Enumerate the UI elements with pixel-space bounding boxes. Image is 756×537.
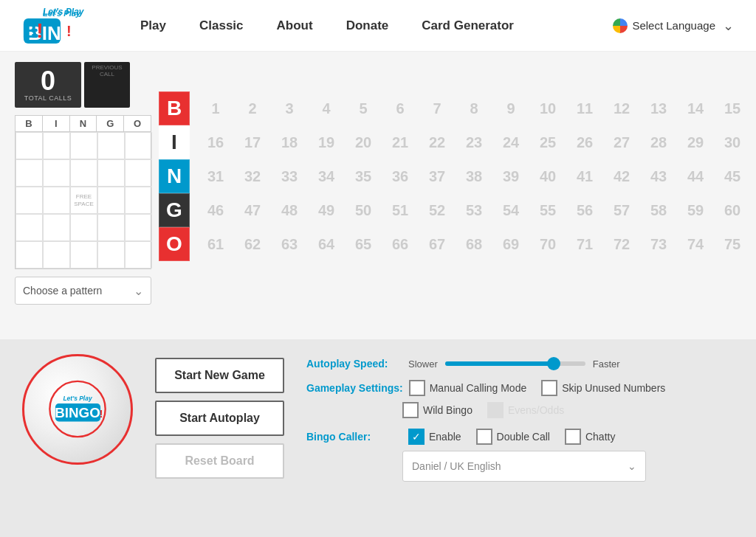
number-cell-26[interactable]: 26 <box>566 125 603 159</box>
number-cell-57[interactable]: 57 <box>603 193 640 227</box>
number-cell-18[interactable]: 18 <box>271 125 308 159</box>
number-cell-55[interactable]: 55 <box>529 193 566 227</box>
number-cell-19[interactable]: 19 <box>308 125 345 159</box>
number-cell-70[interactable]: 70 <box>529 227 566 261</box>
number-cell-11[interactable]: 11 <box>566 91 603 125</box>
nav-about[interactable]: About <box>262 13 328 39</box>
number-cell-44[interactable]: 44 <box>677 159 714 193</box>
evens-odds-checkbox-item[interactable]: Evens/Odds <box>487 402 564 418</box>
number-cell-39[interactable]: 39 <box>492 159 529 193</box>
start-autoplay-button[interactable]: Start Autoplay <box>155 401 284 436</box>
number-cell-38[interactable]: 38 <box>456 159 492 193</box>
number-cell-16[interactable]: 16 <box>197 125 234 159</box>
number-cell-25[interactable]: 25 <box>529 125 566 159</box>
number-cell-49[interactable]: 49 <box>308 193 345 227</box>
number-cell-71[interactable]: 71 <box>566 227 603 261</box>
number-cell-63[interactable]: 63 <box>271 227 308 261</box>
number-cell-52[interactable]: 52 <box>419 193 456 227</box>
number-cell-20[interactable]: 20 <box>345 125 382 159</box>
logo[interactable]: Let's Play B!BINGO! Let's Play BINGO ! <box>22 5 103 46</box>
number-cell-10[interactable]: 10 <box>529 91 566 125</box>
number-cell-75[interactable]: 75 <box>714 227 751 261</box>
number-cell-48[interactable]: 48 <box>271 193 308 227</box>
skip-unused-checkbox[interactable] <box>541 380 557 396</box>
reset-board-button[interactable]: Reset Board <box>155 443 284 479</box>
number-cell-24[interactable]: 24 <box>492 125 529 159</box>
manual-calling-checkbox[interactable] <box>409 380 425 396</box>
nav-donate[interactable]: Donate <box>331 13 404 39</box>
evens-odds-checkbox[interactable] <box>487 402 504 418</box>
number-cell-4[interactable]: 4 <box>308 91 345 125</box>
number-cell-6[interactable]: 6 <box>382 91 419 125</box>
number-cell-54[interactable]: 54 <box>492 193 529 227</box>
number-cell-60[interactable]: 60 <box>714 193 751 227</box>
number-cell-1[interactable]: 1 <box>197 91 234 125</box>
enable-checkbox-item[interactable]: Enable <box>408 429 461 445</box>
number-cell-23[interactable]: 23 <box>456 125 492 159</box>
number-cell-62[interactable]: 62 <box>234 227 271 261</box>
number-cell-28[interactable]: 28 <box>640 125 677 159</box>
number-cell-29[interactable]: 29 <box>677 125 714 159</box>
number-cell-51[interactable]: 51 <box>382 193 419 227</box>
caller-selector[interactable]: Daniel / UK English ⌄ <box>402 451 646 482</box>
number-cell-59[interactable]: 59 <box>677 193 714 227</box>
number-cell-69[interactable]: 69 <box>492 227 529 261</box>
nav-card-generator[interactable]: Card Generator <box>407 13 529 39</box>
number-cell-3[interactable]: 3 <box>271 91 308 125</box>
number-cell-40[interactable]: 40 <box>529 159 566 193</box>
number-cell-50[interactable]: 50 <box>345 193 382 227</box>
number-cell-37[interactable]: 37 <box>419 159 456 193</box>
number-cell-17[interactable]: 17 <box>234 125 271 159</box>
number-cell-27[interactable]: 27 <box>603 125 640 159</box>
number-cell-74[interactable]: 74 <box>677 227 714 261</box>
number-cell-72[interactable]: 72 <box>603 227 640 261</box>
speed-slider-track[interactable] <box>445 361 585 366</box>
number-cell-7[interactable]: 7 <box>419 91 456 125</box>
number-cell-73[interactable]: 73 <box>640 227 677 261</box>
number-cell-5[interactable]: 5 <box>345 91 382 125</box>
number-cell-35[interactable]: 35 <box>345 159 382 193</box>
number-cell-2[interactable]: 2 <box>234 91 271 125</box>
number-cell-34[interactable]: 34 <box>308 159 345 193</box>
number-cell-13[interactable]: 13 <box>640 91 677 125</box>
start-new-game-button[interactable]: Start New Game <box>155 358 284 393</box>
number-cell-43[interactable]: 43 <box>640 159 677 193</box>
language-selector[interactable]: Select Language ⌄ <box>613 18 734 34</box>
chatty-checkbox[interactable] <box>565 429 581 445</box>
number-cell-67[interactable]: 67 <box>419 227 456 261</box>
double-call-checkbox[interactable] <box>476 429 492 445</box>
number-cell-47[interactable]: 47 <box>234 193 271 227</box>
pattern-selector[interactable]: Choose a pattern ⌄ <box>15 277 151 305</box>
speed-slider-thumb[interactable] <box>547 357 560 370</box>
nav-classic[interactable]: Classic <box>185 13 258 39</box>
number-cell-58[interactable]: 58 <box>640 193 677 227</box>
number-cell-9[interactable]: 9 <box>492 91 529 125</box>
number-cell-15[interactable]: 15 <box>714 91 751 125</box>
number-cell-33[interactable]: 33 <box>271 159 308 193</box>
nav-play[interactable]: Play <box>126 13 181 39</box>
number-cell-45[interactable]: 45 <box>714 159 751 193</box>
number-cell-66[interactable]: 66 <box>382 227 419 261</box>
skip-unused-checkbox-item[interactable]: Skip Unused Numbers <box>541 380 665 396</box>
number-cell-22[interactable]: 22 <box>419 125 456 159</box>
number-cell-53[interactable]: 53 <box>456 193 492 227</box>
chatty-checkbox-item[interactable]: Chatty <box>565 429 615 445</box>
number-cell-32[interactable]: 32 <box>234 159 271 193</box>
number-cell-21[interactable]: 21 <box>382 125 419 159</box>
number-cell-12[interactable]: 12 <box>603 91 640 125</box>
number-cell-68[interactable]: 68 <box>456 227 492 261</box>
double-call-checkbox-item[interactable]: Double Call <box>476 429 550 445</box>
number-cell-64[interactable]: 64 <box>308 227 345 261</box>
number-cell-61[interactable]: 61 <box>197 227 234 261</box>
wild-bingo-checkbox-item[interactable]: Wild Bingo <box>402 402 472 418</box>
number-cell-46[interactable]: 46 <box>197 193 234 227</box>
number-cell-30[interactable]: 30 <box>714 125 751 159</box>
manual-calling-checkbox-item[interactable]: Manual Calling Mode <box>409 380 527 396</box>
number-cell-36[interactable]: 36 <box>382 159 419 193</box>
number-cell-42[interactable]: 42 <box>603 159 640 193</box>
number-cell-8[interactable]: 8 <box>456 91 492 125</box>
enable-checkbox[interactable] <box>408 429 425 445</box>
number-cell-41[interactable]: 41 <box>566 159 603 193</box>
number-cell-14[interactable]: 14 <box>677 91 714 125</box>
number-cell-56[interactable]: 56 <box>566 193 603 227</box>
